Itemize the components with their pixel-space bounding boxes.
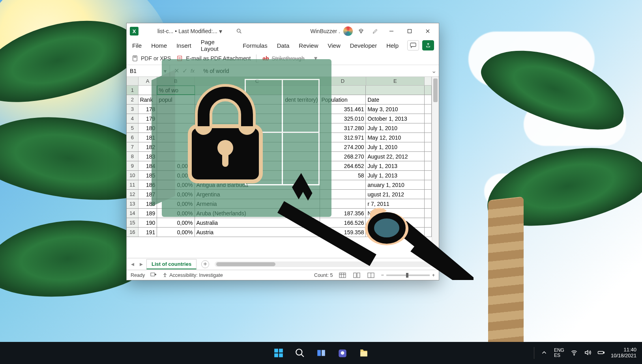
search-icon[interactable] [233, 25, 245, 37]
cell[interactable] [195, 133, 320, 142]
pen-icon[interactable] [369, 25, 381, 37]
add-sheet-button[interactable]: ＋ [201, 260, 209, 268]
cell[interactable]: Rank [139, 95, 157, 104]
close-button[interactable] [420, 25, 436, 37]
table-row[interactable]: 1 % of wo [127, 86, 432, 95]
table-row[interactable]: 161910,00%Austria159.358April 1, [127, 228, 432, 237]
cell[interactable]: 0,00% [157, 171, 195, 180]
file-explorer-icon[interactable] [355, 345, 372, 361]
formula-input[interactable] [201, 65, 429, 77]
table-row[interactable]: 8183268.270August 22, 2012 [127, 152, 432, 161]
cell[interactable] [366, 86, 425, 95]
cell[interactable] [157, 133, 195, 142]
row-header[interactable]: 8 [127, 152, 139, 161]
cell[interactable]: d) [195, 114, 320, 123]
table-row[interactable]: 2 Rank popul dent territory) Population … [127, 95, 432, 105]
row-header[interactable]: 13 [127, 199, 139, 208]
cell[interactable] [425, 142, 432, 151]
cell[interactable]: 189 [139, 209, 157, 218]
cell[interactable] [157, 123, 195, 133]
cell[interactable]: 159.358 [320, 228, 366, 237]
column-header-d[interactable]: D [320, 77, 366, 85]
cell[interactable]: 0,00% [157, 218, 195, 227]
taskbar-search-icon[interactable] [291, 345, 309, 361]
row-header[interactable]: 9 [127, 161, 139, 170]
column-headers[interactable]: A B C D E [127, 77, 432, 86]
cell[interactable] [139, 86, 157, 95]
clock[interactable]: 11:4010/18/2021 [611, 347, 636, 359]
diamond-icon[interactable] [355, 25, 367, 37]
cell[interactable] [195, 86, 320, 95]
cell[interactable]: 183 [139, 152, 157, 161]
table-row[interactable]: 111860,00%Antigua and Barbudaanuary 1, 2… [127, 180, 432, 190]
cell[interactable] [425, 171, 432, 180]
cell[interactable]: July 1, 2013 [366, 161, 425, 170]
strikethrough-button[interactable]: ab Strikethrough [262, 55, 304, 62]
row-header[interactable]: 10 [127, 171, 139, 180]
cell[interactable]: Antigua and Barbuda [195, 180, 320, 189]
cell[interactable]: 179 [139, 114, 157, 123]
volume-icon[interactable] [584, 349, 591, 357]
cell[interactable]: 187 [139, 190, 157, 199]
cell[interactable] [195, 152, 320, 161]
cell[interactable]: July 1, 2013 [366, 171, 425, 180]
column-header-c[interactable]: C [195, 77, 320, 85]
cell[interactable]: anuary 1, 2010 [366, 180, 425, 189]
cell[interactable]: Australia [195, 218, 320, 227]
zoom-in-icon[interactable]: + [432, 273, 435, 278]
tab-data[interactable]: Data [276, 41, 290, 50]
cell[interactable]: May 12, 2010 [366, 133, 425, 142]
cell[interactable] [425, 180, 432, 189]
cell[interactable] [425, 190, 432, 199]
cell[interactable]: 191 [139, 228, 157, 237]
cell[interactable] [425, 114, 432, 123]
cell[interactable]: May 3, 2010 [366, 105, 425, 114]
wifi-icon[interactable] [571, 349, 578, 357]
cell[interactable]: 178 [139, 105, 157, 114]
table-row[interactable]: 6181312.971May 12, 2010 [127, 133, 432, 142]
cell[interactable]: Angola [195, 161, 320, 170]
row-header[interactable]: 2 [127, 95, 139, 104]
cell[interactable] [157, 105, 195, 114]
table-row[interactable]: 131880,00%Armeniar 7, 2011 [127, 199, 432, 209]
cell[interactable]: Ma [366, 218, 425, 227]
table-row[interactable]: 151900,00%Australia166.526Ma [127, 218, 432, 228]
zoom-out-icon[interactable]: − [381, 273, 384, 278]
pdf-xps-button[interactable]: PDF or XPS [131, 55, 171, 62]
cell[interactable] [425, 209, 432, 218]
table-row[interactable]: 5180ani317.280July 1, 2010 [127, 123, 432, 133]
tab-review[interactable]: Review [298, 41, 319, 50]
cell[interactable]: N [366, 209, 425, 218]
formula-expand-icon[interactable]: ⌄ [429, 67, 439, 75]
cell[interactable] [157, 152, 195, 161]
fx-icon[interactable]: fx [191, 68, 195, 74]
page-break-view-icon[interactable] [367, 272, 375, 279]
cell[interactable]: ani [195, 123, 320, 133]
cell[interactable]: 0,00% [157, 161, 195, 170]
row-header[interactable]: 4 [127, 114, 139, 123]
cell[interactable]: Aruba (Netherlands) [195, 209, 320, 218]
cell[interactable]: 351.461 [320, 105, 366, 114]
cell[interactable]: 185 [139, 171, 157, 180]
cell[interactable] [425, 95, 432, 104]
row-header[interactable]: 7 [127, 142, 139, 151]
cell[interactable]: Anguilla (UK) [195, 171, 320, 180]
start-button[interactable] [270, 345, 287, 361]
row-header[interactable]: 3 [127, 105, 139, 114]
cell[interactable]: October 1, 2013 [366, 114, 425, 123]
tab-developer[interactable]: Developer [349, 41, 378, 50]
cell[interactable]: April 1, [366, 228, 425, 237]
cell[interactable]: July 1, 2010 [366, 142, 425, 151]
cell[interactable]: dent territory) [195, 95, 320, 104]
cell[interactable]: 180 [139, 123, 157, 133]
page-layout-view-icon[interactable] [352, 272, 361, 279]
language-indicator[interactable]: ENGES [554, 348, 564, 358]
cell[interactable]: 268.270 [320, 152, 366, 161]
maximize-button[interactable] [402, 25, 417, 37]
qat-dropdown-icon[interactable]: ▾ [314, 54, 317, 62]
scrollbar-thumb[interactable] [216, 262, 275, 266]
cell[interactable]: 264.652 [320, 161, 366, 170]
cell[interactable]: 0,00% [157, 180, 195, 189]
tab-page-layout[interactable]: Page Layout [200, 37, 234, 54]
table-row[interactable]: 141890,00%Aruba (Netherlands)187.356N [127, 209, 432, 218]
